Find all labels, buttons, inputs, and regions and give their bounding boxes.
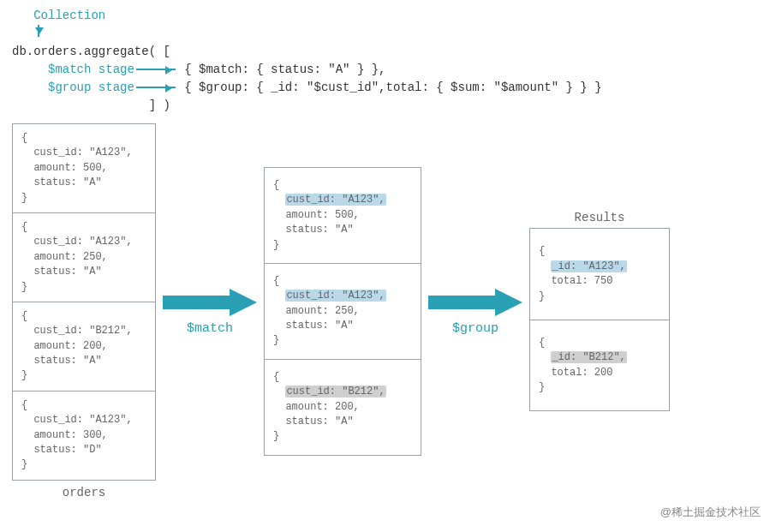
matched-stack: { cust_id: "A123", amount: 500, status: … (264, 167, 421, 456)
doc-item: { cust_id: "B212", amount: 200, status: … (13, 302, 155, 391)
watermark-text: @稀土掘金技术社区 (660, 505, 761, 520)
doc-item: { cust_id: "A123", amount: 250, status: … (13, 212, 155, 302)
doc-item: { cust_id: "A123", amount: 500, status: … (13, 124, 155, 212)
code-header: Collection db.orders.aggregate( [ $match… (12, 7, 764, 115)
arrow-right-icon (136, 69, 176, 70)
results-stack: { _id: "A123", total: 750 }{ _id: "B212"… (529, 228, 670, 411)
matched-column: { cust_id: "A123", amount: 500, status: … (264, 167, 421, 456)
doc-item: { _id: "A123", total: 750 } (530, 229, 669, 320)
match-stage-label: $match stage (48, 63, 134, 76)
doc-item: { _id: "B212", total: 200 } (530, 320, 669, 411)
doc-item: { cust_id: "A123", amount: 300, status: … (13, 391, 155, 480)
arrow-right-icon (136, 87, 176, 88)
group-stage-label: $group stage (48, 81, 134, 94)
match-stage-code: { $match: { status: "A" } }, (184, 63, 385, 76)
svg-marker-1 (428, 289, 522, 316)
group-arrow: $group (427, 287, 524, 336)
arrow-right-fat-icon (163, 287, 257, 318)
results-column: Results { _id: "A123", total: 750 }{ _id… (529, 211, 670, 411)
aggregate-call: db.orders.aggregate( [ (12, 43, 764, 61)
collection-label: Collection (33, 9, 105, 22)
arrow-right-fat-icon (428, 287, 522, 318)
results-caption: Results (575, 211, 625, 224)
group-label: $group (452, 321, 498, 336)
match-label: $match (187, 321, 233, 336)
group-stage-code: { $group: { _id: "$cust_id",total: { $su… (184, 81, 601, 94)
arrow-down-icon (38, 25, 39, 37)
match-arrow: $match (161, 287, 259, 336)
doc-item: { cust_id: "B212", amount: 200, status: … (265, 359, 421, 455)
pipeline-diagram: { cust_id: "A123", amount: 500, status: … (12, 123, 764, 499)
orders-column: { cust_id: "A123", amount: 500, status: … (12, 123, 156, 499)
orders-stack: { cust_id: "A123", amount: 500, status: … (12, 123, 156, 481)
aggregate-close: ] ) (149, 99, 170, 112)
doc-item: { cust_id: "A123", amount: 250, status: … (265, 263, 421, 359)
svg-marker-0 (163, 289, 257, 316)
orders-caption: orders (63, 486, 105, 499)
doc-item: { cust_id: "A123", amount: 500, status: … (265, 168, 421, 263)
